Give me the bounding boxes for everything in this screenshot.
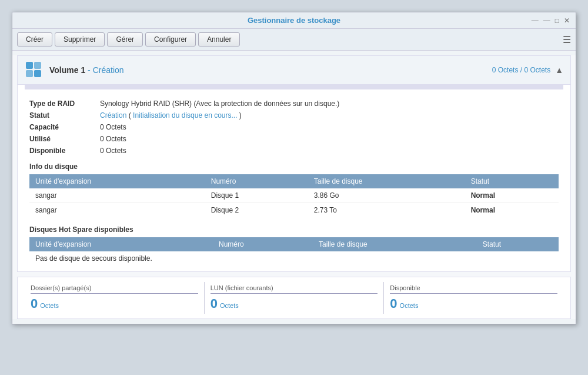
available-unit: Octets	[400, 302, 419, 309]
manage-button[interactable]: Gérer	[107, 32, 143, 47]
disk-status-1: Normal	[465, 203, 559, 218]
bottom-stats: Dossier(s) partagé(s) 0 Octets LUN (fich…	[25, 282, 563, 314]
disk-expansion-1: sangar	[29, 203, 205, 218]
pin-icon[interactable]: —	[532, 16, 539, 25]
disk-col-expansion: Unité d'expansion	[29, 174, 205, 188]
toolbar-buttons: Créer Supprimer Gérer Configurer Annuler	[17, 32, 240, 47]
used-label: Utilisé	[29, 135, 100, 143]
status-label: Statut	[29, 111, 100, 120]
configure-button[interactable]: Configurer	[145, 32, 196, 47]
volume-size-used: 0 Octets	[492, 66, 519, 74]
bottom-stats-section: Dossier(s) partagé(s) 0 Octets LUN (fich…	[17, 277, 571, 319]
disk-table-row: sangar Disque 2 2.73 To Normal	[29, 203, 559, 218]
disk-status-0: Normal	[465, 188, 559, 203]
raid-type-label: Type de RAID	[29, 99, 100, 108]
status-init-link[interactable]: Initialisation du disque en cours...	[133, 111, 237, 120]
disk-size-1: 2.73 To	[308, 203, 465, 218]
progress-bar-area	[25, 85, 563, 89]
content-area: Volume 1 - Création 0 Octets / 0 Octets …	[12, 55, 576, 319]
capacity-value: 0 Octets	[100, 123, 126, 131]
hot-spare-table: Unité d'expansion Numéro Taille de disqu…	[29, 237, 559, 266]
volume-section: Volume 1 - Création 0 Octets / 0 Octets …	[17, 55, 571, 272]
no-disk-row: Pas de disque de secours disponible.	[29, 251, 559, 266]
minimize-icon[interactable]: —	[543, 16, 550, 25]
svg-rect-0	[26, 62, 33, 69]
close-icon[interactable]: ✕	[564, 16, 570, 25]
available-stat: Disponible 0 Octets	[384, 282, 563, 314]
hot-spare-title: Disques Hot Spare disponibles	[29, 225, 559, 234]
volume-header-right: 0 Octets / 0 Octets ▲	[492, 65, 563, 75]
disk-info-title: Info du disque	[29, 162, 559, 171]
spare-col-number: Numéro	[213, 237, 313, 251]
shared-folders-number: 0	[31, 296, 38, 311]
collapse-chevron-icon[interactable]: ▲	[555, 65, 563, 75]
available-stat-value: 0 Octets	[390, 296, 557, 311]
spare-col-size: Taille de disque	[313, 237, 477, 251]
available-label: Disponible	[29, 147, 100, 155]
shared-folders-unit: Octets	[40, 302, 59, 309]
window-title: Gestionnaire de stockage	[248, 16, 340, 25]
cancel-button[interactable]: Annuler	[198, 32, 240, 47]
raid-type-row: Type de RAID Synology Hybrid RAID (SHR) …	[29, 98, 559, 109]
disk-col-number: Numéro	[205, 174, 308, 188]
disk-col-size: Taille de disque	[308, 174, 465, 188]
lun-stat: LUN (fichier courants) 0 Octets	[205, 282, 385, 314]
create-button[interactable]: Créer	[17, 32, 52, 47]
lun-label: LUN (fichier courants)	[211, 284, 378, 294]
capacity-label: Capacité	[29, 123, 100, 131]
delete-button[interactable]: Supprimer	[55, 32, 105, 47]
window-controls: — — □ ✕	[532, 16, 570, 25]
disk-expansion-0: sangar	[29, 188, 205, 203]
volume-details: Type de RAID Synology Hybrid RAID (SHR) …	[18, 92, 570, 271]
status-row: Statut Création ( Initialisation du disq…	[29, 109, 559, 121]
shared-folders-label: Dossier(s) partagé(s)	[31, 284, 198, 294]
lun-unit: Octets	[220, 302, 239, 309]
lun-value: 0 Octets	[211, 296, 378, 311]
available-row: Disponible 0 Octets	[29, 145, 559, 157]
disk-number-0: Disque 1	[205, 188, 308, 203]
volume-name: Volume 1	[49, 65, 85, 75]
volume-size: 0 Octets / 0 Octets	[492, 66, 550, 74]
available-value: 0 Octets	[100, 147, 126, 155]
volume-storage-icon	[25, 61, 44, 79]
status-creation-link[interactable]: Création	[100, 111, 126, 120]
volume-header: Volume 1 - Création 0 Octets / 0 Octets …	[18, 56, 570, 85]
disk-col-status: Statut	[465, 174, 559, 188]
spare-col-expansion: Unité d'expansion	[29, 237, 213, 251]
shared-folders-value: 0 Octets	[31, 296, 198, 311]
volume-title: Volume 1 - Création	[49, 65, 124, 75]
svg-rect-3	[34, 70, 41, 77]
raid-type-value: Synology Hybrid RAID (SHR) (Avec la prot…	[100, 99, 339, 108]
disk-size-0: 3.86 Go	[308, 188, 465, 203]
disk-table-row: sangar Disque 1 3.86 Go Normal	[29, 188, 559, 203]
status-value: Création ( Initialisation du disque en c…	[100, 111, 242, 120]
available-number: 0	[390, 296, 397, 311]
spare-col-status: Statut	[477, 237, 559, 251]
lun-number: 0	[211, 296, 218, 311]
used-row: Utilisé 0 Octets	[29, 133, 559, 145]
hamburger-menu-icon[interactable]: ☰	[563, 34, 571, 45]
available-stat-label: Disponible	[390, 284, 557, 294]
volume-size-total: 0 Octets	[524, 66, 550, 74]
main-window: Gestionnaire de stockage — — □ ✕ Créer S…	[12, 12, 576, 324]
svg-rect-2	[26, 70, 33, 77]
volume-creation-badge: - Création	[88, 65, 123, 75]
capacity-row: Capacité 0 Octets	[29, 121, 559, 133]
no-disk-message: Pas de disque de secours disponible.	[29, 251, 559, 266]
disk-info-table: Unité d'expansion Numéro Taille de disqu…	[29, 174, 559, 217]
volume-header-left: Volume 1 - Création	[25, 61, 124, 79]
svg-rect-1	[34, 62, 41, 69]
shared-folders-stat: Dossier(s) partagé(s) 0 Octets	[25, 282, 205, 314]
toolbar: Créer Supprimer Gérer Configurer Annuler…	[12, 29, 576, 51]
title-bar: Gestionnaire de stockage — — □ ✕	[12, 12, 576, 29]
used-value: 0 Octets	[100, 135, 126, 143]
disk-number-1: Disque 2	[205, 203, 308, 218]
restore-icon[interactable]: □	[555, 16, 559, 25]
